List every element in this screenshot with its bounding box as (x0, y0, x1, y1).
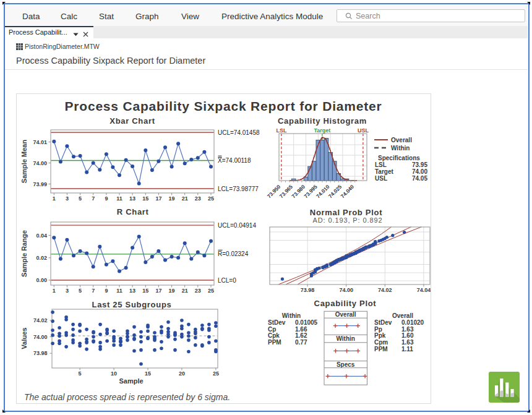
svg-text:Sample Range: Sample Range (20, 230, 28, 277)
svg-text:StDev: StDev (268, 319, 286, 326)
svg-text:1: 1 (53, 195, 56, 202)
svg-text:0.77: 0.77 (295, 339, 307, 346)
svg-text:0.01005: 0.01005 (295, 319, 318, 326)
svg-text:25: 25 (208, 195, 214, 202)
svg-text:9: 9 (105, 288, 108, 294)
svg-text:UCL=0.04914: UCL=0.04914 (218, 222, 256, 229)
svg-text:21: 21 (182, 195, 188, 202)
svg-text:74.02: 74.02 (33, 317, 48, 323)
svg-text:R=0.02324: R=0.02324 (218, 250, 249, 257)
svg-text:74.00: 74.00 (33, 334, 48, 340)
svg-text:Target: Target (375, 168, 393, 175)
svg-text:25: 25 (208, 288, 214, 294)
svg-text:X=74.00118: X=74.00118 (218, 157, 251, 164)
svg-text:UCL=74.01458: UCL=74.01458 (218, 129, 260, 136)
svg-text:LCL=73.98777: LCL=73.98777 (218, 186, 259, 192)
svg-text:5: 5 (79, 195, 82, 202)
svg-text:Values: Values (20, 328, 28, 349)
svg-text:15: 15 (142, 195, 148, 202)
svg-text:74.02: 74.02 (378, 287, 392, 293)
svg-text:10: 10 (111, 370, 117, 377)
svg-text:Within: Within (391, 145, 410, 152)
svg-text:73.99: 73.99 (33, 181, 47, 187)
svg-text:74.00: 74.00 (412, 168, 427, 175)
svg-text:LCL=0: LCL=0 (218, 277, 236, 284)
svg-text:0.02: 0.02 (36, 255, 47, 261)
svg-text:PPM: PPM (374, 346, 388, 353)
svg-text:Specs: Specs (337, 361, 355, 368)
svg-text:1.62: 1.62 (295, 332, 307, 339)
svg-text:3: 3 (66, 195, 69, 202)
svg-text:19: 19 (169, 195, 175, 202)
svg-text:Overall: Overall (392, 312, 413, 319)
svg-text:1.60: 1.60 (401, 332, 414, 339)
svg-text:13: 13 (129, 195, 135, 202)
svg-text:21: 21 (182, 288, 188, 294)
svg-text:19: 19 (169, 288, 175, 294)
svg-text:R Chart: R Chart (117, 207, 149, 216)
svg-text:74.05: 74.05 (412, 175, 427, 182)
svg-text:73.95: 73.95 (412, 161, 427, 168)
svg-text:1: 1 (53, 288, 56, 294)
svg-text:LSL: LSL (375, 161, 387, 168)
svg-text:74.04: 74.04 (417, 287, 431, 293)
svg-text:0.04: 0.04 (36, 233, 47, 239)
svg-text:PPM: PPM (268, 339, 281, 346)
svg-text:Sample: Sample (119, 377, 143, 385)
svg-text:Last 25 Subgroups: Last 25 Subgroups (92, 300, 172, 309)
svg-text:3: 3 (66, 288, 69, 294)
svg-text:13: 13 (129, 288, 135, 294)
svg-text:Capability Plot: Capability Plot (314, 299, 377, 308)
svg-text:74.00: 74.00 (339, 287, 353, 293)
svg-text:20: 20 (179, 370, 185, 377)
svg-text:17: 17 (155, 288, 161, 294)
svg-text:Cpk: Cpk (268, 332, 280, 339)
svg-text:Capability Histogram: Capability Histogram (278, 116, 367, 126)
svg-text:Target: Target (314, 127, 330, 134)
svg-text:Cpm: Cpm (374, 339, 388, 346)
svg-text:74.01: 74.01 (33, 139, 47, 145)
svg-text:15: 15 (142, 288, 148, 294)
svg-text:7: 7 (92, 195, 95, 202)
svg-text:23: 23 (195, 195, 201, 202)
svg-text:23: 23 (195, 288, 201, 294)
svg-text:Cp: Cp (268, 326, 276, 333)
svg-text:9: 9 (105, 195, 108, 202)
svg-text:USL: USL (375, 175, 387, 182)
svg-text:1.66: 1.66 (295, 326, 307, 333)
svg-text:AD: 0.193, P: 0.892: AD: 0.193, P: 0.892 (312, 216, 382, 224)
svg-text:Ppk: Ppk (374, 332, 386, 339)
svg-text:15: 15 (145, 370, 151, 377)
svg-text:Sample Mean: Sample Mean (20, 140, 28, 184)
svg-text:1.63: 1.63 (401, 326, 414, 333)
svg-text:The actual process spread is r: The actual process spread is represented… (24, 392, 230, 402)
svg-text:5: 5 (79, 370, 82, 377)
svg-text:1.11: 1.11 (401, 346, 413, 353)
svg-text:11: 11 (116, 195, 122, 202)
svg-text:LSL: LSL (276, 127, 287, 134)
svg-text:73.98: 73.98 (33, 350, 48, 356)
svg-text:7: 7 (92, 288, 95, 294)
svg-text:USL: USL (358, 127, 369, 134)
svg-text:1.63: 1.63 (401, 339, 414, 346)
svg-text:Pp: Pp (374, 326, 382, 333)
svg-text:5: 5 (79, 288, 82, 294)
svg-text:Overall: Overall (391, 137, 412, 143)
svg-text:11: 11 (116, 288, 122, 294)
svg-text:25: 25 (213, 370, 219, 377)
svg-text:Overall: Overall (335, 311, 356, 318)
svg-text:0.00: 0.00 (36, 277, 47, 283)
svg-text:Process Capability Sixpack Rep: Process Capability Sixpack Report for Di… (65, 99, 382, 113)
svg-text:74.040: 74.040 (340, 184, 356, 200)
svg-text:73.98: 73.98 (301, 287, 315, 293)
svg-text:Xbar Chart: Xbar Chart (109, 116, 155, 126)
svg-text:Within: Within (336, 335, 354, 342)
svg-text:74.00: 74.00 (33, 160, 47, 166)
svg-text:Specifications: Specifications (378, 155, 420, 161)
svg-text:Normal Prob Plot: Normal Prob Plot (310, 208, 382, 217)
svg-text:0.01020: 0.01020 (401, 319, 424, 326)
svg-text:17: 17 (155, 195, 161, 202)
svg-text:StDev: StDev (374, 319, 392, 326)
svg-text:Within: Within (282, 312, 301, 319)
